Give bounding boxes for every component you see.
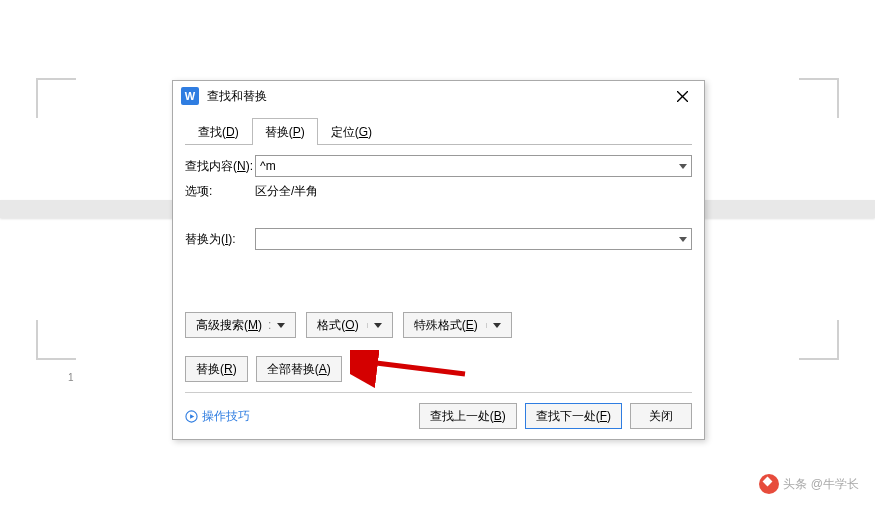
- options-label: 选项:: [185, 183, 255, 200]
- tab-find[interactable]: 查找(D): [185, 118, 252, 145]
- titlebar[interactable]: W 查找和替换: [173, 81, 704, 111]
- close-button[interactable]: [668, 82, 696, 110]
- svg-marker-3: [190, 414, 194, 419]
- chevron-down-icon: [679, 237, 687, 242]
- crop-mark-tr: [799, 78, 839, 118]
- find-input[interactable]: ^m: [255, 155, 692, 177]
- divider: [185, 392, 692, 393]
- crop-mark-tl: [36, 78, 76, 118]
- tab-replace[interactable]: 替换(P): [252, 118, 318, 145]
- close-dialog-button[interactable]: 关闭: [630, 403, 692, 429]
- find-input-value: ^m: [260, 159, 675, 173]
- close-icon: [677, 91, 688, 102]
- tips-label: 操作技巧: [202, 408, 250, 425]
- chevron-down-icon: [374, 323, 382, 328]
- special-format-button[interactable]: 特殊格式(E): [403, 312, 512, 338]
- options-value: 区分全/半角: [255, 183, 318, 200]
- replace-label: 替换为(I):: [185, 231, 255, 248]
- chevron-down-icon: [679, 164, 687, 169]
- tips-link[interactable]: 操作技巧: [185, 408, 250, 425]
- format-button[interactable]: 格式(O): [306, 312, 392, 338]
- crop-mark-bl: [36, 320, 76, 360]
- find-replace-dialog: W 查找和替换 查找(D) 替换(P) 定位(G) 查找内容(N): ^m 选项…: [172, 80, 705, 440]
- chevron-down-icon: [493, 323, 501, 328]
- watermark: 头条 @牛学长: [759, 474, 859, 494]
- page-number: 1: [68, 372, 74, 383]
- watermark-text: 头条 @牛学长: [783, 476, 859, 493]
- tab-goto[interactable]: 定位(G): [318, 118, 385, 145]
- tab-bar: 查找(D) 替换(P) 定位(G): [185, 117, 692, 145]
- find-prev-button[interactable]: 查找上一处(B): [419, 403, 517, 429]
- find-label: 查找内容(N):: [185, 158, 255, 175]
- chevron-down-icon: [277, 323, 285, 328]
- advanced-search-button[interactable]: 高级搜索(M) :: [185, 312, 296, 338]
- crop-mark-br: [799, 320, 839, 360]
- dialog-title: 查找和替换: [207, 88, 668, 105]
- play-circle-icon: [185, 410, 198, 423]
- replace-input[interactable]: [255, 228, 692, 250]
- watermark-icon: [759, 474, 779, 494]
- app-icon: W: [181, 87, 199, 105]
- replace-all-button[interactable]: 全部替换(A): [256, 356, 342, 382]
- find-next-button[interactable]: 查找下一处(F): [525, 403, 622, 429]
- replace-button[interactable]: 替换(R): [185, 356, 248, 382]
